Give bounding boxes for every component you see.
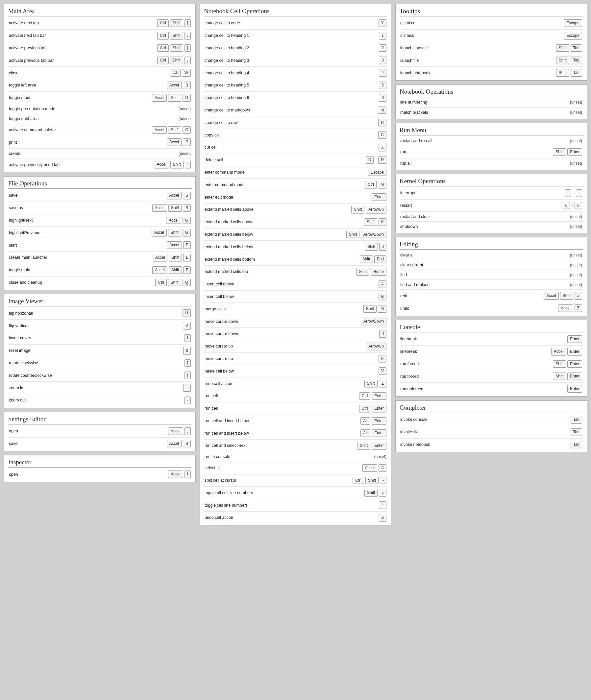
shortcut-row[interactable]: launch fileShiftTab — [400, 54, 583, 67]
shortcut-row[interactable]: activate command paletteAccelShiftC — [8, 124, 191, 136]
shortcut-row[interactable]: invoke consoleTab — [400, 414, 583, 426]
shortcut-row[interactable]: change cell to markdownM — [204, 104, 387, 117]
shortcut-row[interactable]: run unforcedEnter — [400, 383, 583, 395]
shortcut-row[interactable]: move cursor upK — [204, 353, 387, 365]
shortcut-row[interactable]: rotate counterclockwise[ — [8, 369, 191, 382]
shortcut-row[interactable]: rotate clockwise] — [8, 357, 191, 369]
shortcut-row[interactable]: activate next tab barCtrlShift. — [8, 29, 191, 42]
shortcut-row[interactable]: launch notebookShiftTab — [400, 67, 583, 79]
shortcut-row[interactable]: close and cleanupCtrlShiftQ — [8, 277, 191, 289]
shortcut-row[interactable]: highlightNextAccelG — [8, 214, 191, 227]
shortcut-row[interactable]: change cell to heading 11 — [204, 29, 387, 42]
shortcut-row[interactable]: toggle modeAccelShiftD — [8, 92, 191, 104]
shortcut-row[interactable]: toggle mainAccelShiftF — [8, 264, 191, 277]
shortcut-row[interactable]: enter command modeEscape — [204, 166, 387, 179]
shortcut-row[interactable]: restart and clear(unset) — [400, 212, 583, 222]
shortcut-row[interactable]: runShiftEnter — [400, 146, 583, 158]
shortcut-row[interactable]: linebreakAccelEnter — [400, 346, 583, 358]
shortcut-row[interactable]: create main launcherAccelShiftL — [8, 252, 191, 264]
shortcut-row[interactable]: move cursor downArrowDown — [204, 315, 387, 328]
shortcut-row[interactable]: zoom out- — [8, 394, 191, 406]
shortcut-row[interactable]: toggle left areaAccelB — [8, 79, 191, 92]
shortcut-row[interactable]: insert cell belowB — [204, 291, 387, 303]
shortcut-row[interactable]: reset image0 — [8, 345, 191, 357]
shortcut-row[interactable]: change cell to heading 55 — [204, 79, 387, 92]
shortcut-row[interactable]: zoom in= — [8, 382, 191, 394]
shortcut-row[interactable]: copy cellC — [204, 129, 387, 141]
shortcut-row[interactable]: flip verticalV — [8, 320, 191, 332]
shortcut-row[interactable]: highlightPreviousAccelShiftG — [8, 226, 191, 239]
shortcut-row[interactable]: change cell to heading 33 — [204, 54, 387, 67]
shortcut-row[interactable]: match brackets(unset) — [400, 108, 583, 117]
shortcut-row[interactable]: run cell and select nextShiftEnter — [204, 440, 387, 452]
shortcut-row[interactable]: openAccelI — [8, 468, 191, 480]
shortcut-row[interactable]: extend marked cells belowShiftArrowDown — [204, 228, 387, 241]
shortcut-row[interactable]: run forcedShiftEnter — [400, 358, 583, 370]
shortcut-row[interactable]: flip horizontalH — [8, 307, 191, 320]
shortcut-row[interactable]: invert colorsI — [8, 332, 191, 345]
shortcut-row[interactable]: toggle all cell line numbersShiftL — [204, 487, 387, 499]
shortcut-row[interactable]: toggle presentation mode(unset) — [8, 104, 191, 114]
shortcut-row[interactable]: activate previously used tabAccelShift' — [8, 158, 191, 170]
shortcut-row[interactable]: undoAccelZ — [400, 302, 583, 314]
shortcut-row[interactable]: shutdown(unset) — [400, 222, 583, 231]
shortcut-row[interactable]: extend marked cells belowShiftJ — [204, 241, 387, 253]
shortcut-row[interactable]: dismissEscape — [400, 29, 583, 42]
shortcut-row[interactable]: clear all(unset) — [400, 250, 583, 260]
shortcut-row[interactable]: restart0-0 — [400, 200, 583, 212]
shortcut-row[interactable]: printAccelP — [8, 136, 191, 149]
shortcut-row[interactable]: find(unset) — [400, 270, 583, 280]
shortcut-row[interactable]: linebreakEnter — [400, 333, 583, 346]
shortcut-row[interactable]: undo cell actionZ — [204, 511, 387, 524]
shortcut-row[interactable]: run cell and insert belowAltEnter — [204, 415, 387, 427]
shortcut-row[interactable]: select allAccelA — [204, 462, 387, 475]
shortcut-row[interactable]: enter command modeCtrlM — [204, 179, 387, 191]
shortcut-row[interactable]: interruptI-I — [400, 187, 583, 200]
shortcut-row[interactable]: run cellCtrlEnter — [204, 390, 387, 403]
shortcut-row[interactable]: saveAccelS — [8, 438, 191, 450]
shortcut-row[interactable]: move cursor upArrowUp — [204, 340, 387, 353]
shortcut-row[interactable]: activate previous tabCtrlShift[ — [8, 42, 191, 55]
shortcut-row[interactable]: saveAccelS — [8, 189, 191, 202]
shortcut-row[interactable]: toggle right area(unset) — [8, 114, 191, 124]
shortcut-row[interactable]: save asAccelShiftS — [8, 202, 191, 214]
shortcut-row[interactable]: extend marked cells aboveShiftK — [204, 216, 387, 228]
shortcut-row[interactable]: extend marked cells aboveShiftArrowUp — [204, 204, 387, 216]
shortcut-row[interactable]: run in console(unset) — [204, 452, 387, 462]
shortcut-row[interactable]: launch consoleShiftTab — [400, 42, 583, 55]
shortcut-row[interactable]: activate next tabCtrlShift] — [8, 17, 191, 29]
shortcut-row[interactable]: startAccelF — [8, 239, 191, 252]
shortcut-row[interactable]: dismissEscape — [400, 17, 583, 29]
shortcut-row[interactable]: cut cellX — [204, 141, 387, 154]
shortcut-row[interactable]: run forcedShiftEnter — [400, 370, 583, 383]
shortcut-row[interactable]: insert cell aboveA — [204, 278, 387, 291]
shortcut-row[interactable]: extend marked cells topShiftHome — [204, 266, 387, 278]
shortcut-row[interactable]: invoke notebookTab — [400, 439, 583, 451]
shortcut-row[interactable]: change cell to rawR — [204, 117, 387, 129]
shortcut-row[interactable]: line numbering(unset) — [400, 98, 583, 108]
shortcut-row[interactable]: enter edit modeEnter — [204, 191, 387, 204]
shortcut-row[interactable]: find and replace(unset) — [400, 280, 583, 290]
shortcut-row[interactable]: redoAccelShiftZ — [400, 290, 583, 302]
shortcut-row[interactable]: change cell to heading 44 — [204, 67, 387, 79]
shortcut-row[interactable]: merge cellsShiftM — [204, 303, 387, 315]
shortcut-row[interactable]: delete cellD-D — [204, 154, 387, 166]
shortcut-row[interactable]: paste cell belowV — [204, 365, 387, 377]
shortcut-row[interactable]: extend marked cells bottomShiftEnd — [204, 253, 387, 266]
shortcut-row[interactable]: create(unset) — [8, 149, 191, 158]
shortcut-row[interactable]: run cellCtrlEnter — [204, 403, 387, 415]
shortcut-row[interactable]: change cell to heading 66 — [204, 92, 387, 104]
shortcut-row[interactable]: closeAltW — [8, 67, 191, 79]
shortcut-row[interactable]: redo cell actionShiftZ — [204, 377, 387, 390]
shortcut-row[interactable]: activate previous tab barCtrlShift, — [8, 54, 191, 67]
shortcut-row[interactable]: invoke fileTab — [400, 426, 583, 439]
shortcut-row[interactable]: change cell to codeY — [204, 17, 387, 29]
shortcut-row[interactable]: split cell at cursorCtrlShift- — [204, 475, 387, 487]
shortcut-row[interactable]: clear current(unset) — [400, 260, 583, 270]
shortcut-row[interactable]: move cursor downJ — [204, 328, 387, 340]
shortcut-row[interactable]: change cell to heading 22 — [204, 42, 387, 55]
shortcut-row[interactable]: toggle cell line numbersL — [204, 499, 387, 511]
shortcut-row[interactable]: run all(unset) — [400, 158, 583, 168]
shortcut-row[interactable]: restart and run all(unset) — [400, 136, 583, 146]
shortcut-row[interactable]: run cell and insert belowAltEnter — [204, 427, 387, 440]
